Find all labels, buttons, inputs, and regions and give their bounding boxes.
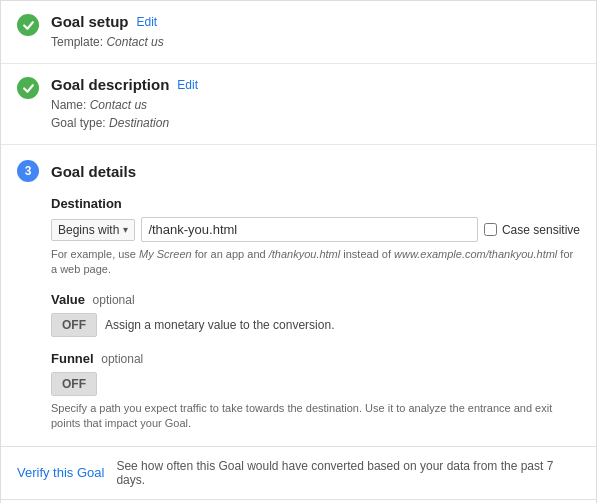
case-sensitive-row: Case sensitive [484, 223, 580, 237]
goal-setup-meta: Template: Contact us [51, 33, 580, 51]
funnel-toggle-row: OFF [51, 372, 580, 396]
verify-goal-link[interactable]: Verify this Goal [17, 465, 104, 480]
destination-label: Destination [51, 196, 580, 211]
value-toggle-row: OFF Assign a monetary value to the conve… [51, 313, 580, 337]
desc-type-value: Destination [109, 116, 169, 130]
template-value: Contact us [106, 35, 163, 49]
goal-details-inner: Destination Begins with ▾ Case sensitive… [17, 196, 580, 432]
goal-details-title: Goal details [51, 163, 136, 180]
verify-description: See how often this Goal would have conve… [116, 459, 580, 487]
goal-description-title: Goal description [51, 76, 169, 93]
dropdown-arrow-icon: ▾ [123, 224, 128, 235]
goal-description-content: Goal description Edit Name: Contact us G… [51, 76, 580, 132]
check-circle-desc [17, 77, 39, 99]
goal-details-step-icon: 3 [17, 160, 41, 184]
action-row: Save Cancel [1, 500, 596, 503]
value-field: Value optional OFF Assign a monetary val… [51, 292, 580, 337]
goal-setup-section: Goal setup Edit Template: Contact us [1, 1, 596, 64]
goal-setup-icon [17, 14, 41, 38]
value-label: Value optional [51, 292, 580, 307]
value-toggle-description: Assign a monetary value to the conversio… [105, 318, 334, 332]
step-number-circle: 3 [17, 160, 39, 182]
goal-setup-content: Goal setup Edit Template: Contact us [51, 13, 580, 51]
verify-section: Verify this Goal See how often this Goal… [1, 446, 596, 500]
destination-row: Begins with ▾ Case sensitive [51, 217, 580, 242]
funnel-toggle-state: OFF [52, 373, 96, 395]
goal-description-title-row: Goal description Edit [51, 76, 580, 93]
funnel-field: Funnel optional OFF Specify a path you e… [51, 351, 580, 432]
desc-name-value: Contact us [90, 98, 147, 112]
desc-type-label: Goal type: [51, 116, 106, 130]
case-sensitive-label: Case sensitive [502, 223, 580, 237]
goal-description-meta: Name: Contact us Goal type: Destination [51, 96, 580, 132]
begins-with-dropdown[interactable]: Begins with ▾ [51, 219, 135, 241]
value-optional: optional [93, 293, 135, 307]
begins-with-text: Begins with [58, 223, 119, 237]
funnel-optional: optional [101, 352, 143, 366]
goal-setup-edit-link[interactable]: Edit [137, 15, 158, 29]
funnel-hint: Specify a path you expect traffic to tak… [51, 401, 580, 432]
goal-details-header: 3 Goal details [17, 159, 580, 184]
goal-description-edit-link[interactable]: Edit [177, 78, 198, 92]
check-circle-setup [17, 14, 39, 36]
goal-setup-title-row: Goal setup Edit [51, 13, 580, 30]
goal-description-section: Goal description Edit Name: Contact us G… [1, 64, 596, 145]
template-label: Template: [51, 35, 103, 49]
step-number: 3 [25, 164, 32, 178]
goal-setup-title: Goal setup [51, 13, 129, 30]
desc-name-label: Name: [51, 98, 86, 112]
goal-details-section: 3 Goal details Destination Begins with ▾… [1, 145, 596, 446]
destination-input[interactable] [141, 217, 478, 242]
funnel-toggle-button[interactable]: OFF [51, 372, 97, 396]
value-toggle-button[interactable]: OFF [51, 313, 97, 337]
goal-description-icon [17, 77, 41, 101]
destination-hint: For example, use My Screen for an app an… [51, 247, 580, 278]
value-toggle-state: OFF [52, 314, 96, 336]
case-sensitive-checkbox[interactable] [484, 223, 497, 236]
page-container: Goal setup Edit Template: Contact us Goa… [0, 0, 597, 503]
funnel-label: Funnel optional [51, 351, 580, 366]
